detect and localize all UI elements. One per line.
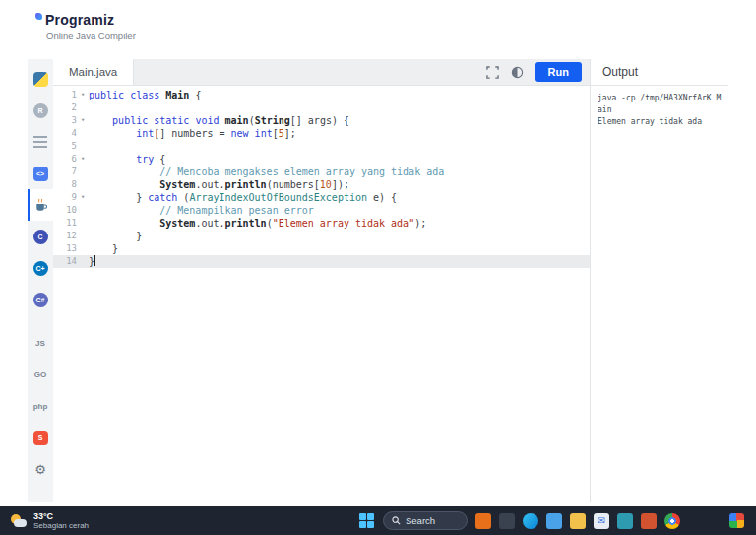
language-sidebar: R<>CC+C#JSGOphpS⚙ [28, 59, 53, 502]
code-text: // Menampilkan pesan error [89, 204, 314, 217]
taskbar-icon-mail[interactable]: ✉ [594, 513, 609, 529]
code-text: try { [89, 153, 165, 166]
weather-icon [10, 513, 28, 529]
sidebar-item-python[interactable] [28, 63, 53, 95]
theme-icon [511, 66, 524, 79]
code-line-9[interactable]: 9▾ } catch (ArrayIndexOutOfBoundsExcepti… [53, 191, 590, 204]
sidebar-item-go[interactable]: GO [28, 359, 53, 390]
output-line: Elemen array tidak ada [598, 116, 724, 128]
run-button[interactable]: Run [536, 62, 582, 82]
sidebar-item-java[interactable] [28, 189, 53, 221]
taskbar-icon-chrome[interactable] [664, 513, 680, 529]
output-body: java -cp /tmp/HA3XNrfArK MainElemen arra… [591, 86, 728, 128]
fold-arrow-icon[interactable]: ▾ [77, 153, 89, 166]
start-button[interactable] [359, 513, 375, 529]
code-line-2[interactable]: 2 [53, 101, 590, 114]
fold-gutter [77, 242, 89, 255]
code-text: public class Main { [89, 89, 201, 101]
header: Programiz Online Java Compiler [0, 0, 756, 59]
csharp-icon: C# [33, 293, 48, 307]
text-cursor [94, 255, 95, 266]
code-line-3[interactable]: 3▾ public static void main(String[] args… [53, 114, 590, 127]
line-number: 13 [53, 242, 77, 255]
output-line: java -cp /tmp/HA3XNrfArK Main [598, 93, 724, 116]
output-title: Output [591, 59, 728, 86]
sql-icon [33, 136, 47, 148]
taskbar-center: Search ✉ [359, 506, 680, 535]
weather-widget[interactable]: 33°C Sebagian cerah [0, 511, 89, 531]
sidebar-item-html[interactable]: <> [28, 158, 53, 189]
html-icon: <> [33, 167, 48, 181]
tab-main-java[interactable]: Main.java [53, 59, 134, 85]
code-line-5[interactable]: 5 [53, 140, 590, 153]
fold-gutter [77, 217, 89, 230]
fold-gutter [77, 178, 89, 191]
sidebar-item-swift[interactable]: S [28, 422, 53, 453]
line-number: 5 [53, 140, 77, 153]
code-area[interactable]: 1▾public class Main {23▾ public static v… [53, 86, 590, 502]
taskbar-icon-edge[interactable] [523, 513, 538, 529]
fold-gutter [77, 204, 89, 217]
fold-gutter [77, 255, 89, 268]
line-number: 14 [53, 255, 77, 268]
programiz-compiler-window: Programiz Online Java Compiler R<>CC+C#J… [0, 0, 756, 535]
code-line-6[interactable]: 6▾ try { [53, 153, 590, 166]
line-number: 9 [53, 191, 77, 204]
sidebar-item-c[interactable]: C [28, 221, 53, 252]
javascript-icon: JS [35, 339, 45, 348]
sidebar-item-r[interactable]: R [28, 95, 53, 126]
code-line-14[interactable]: 14} [53, 255, 590, 268]
line-number: 10 [53, 204, 77, 217]
fold-arrow-icon[interactable]: ▾ [77, 89, 89, 101]
output-panel: Output java -cp /tmp/HA3XNrfArK MainElem… [590, 59, 728, 502]
code-line-13[interactable]: 13 } [53, 242, 590, 255]
taskbar-search[interactable]: Search [383, 511, 468, 530]
line-number: 6 [53, 153, 77, 166]
taskbar-icon-store[interactable] [546, 513, 562, 529]
fold-arrow-icon[interactable]: ▾ [77, 114, 89, 127]
line-number: 2 [53, 101, 77, 114]
sidebar-item-sql[interactable] [28, 126, 53, 158]
fold-arrow-icon[interactable]: ▾ [77, 191, 89, 204]
cpp-icon: C+ [33, 261, 48, 276]
line-number: 1 [53, 89, 77, 101]
fullscreen-button[interactable] [486, 66, 499, 79]
taskbar-right [729, 513, 756, 528]
taskbar-icon-settings[interactable] [617, 513, 633, 529]
sidebar-item-rust[interactable]: ⚙ [28, 453, 53, 485]
line-number: 11 [53, 217, 77, 230]
fold-gutter [77, 127, 89, 140]
theme-toggle-button[interactable] [511, 66, 524, 79]
code-text: public static void main(String[] args) { [89, 114, 349, 127]
php-icon: php [33, 402, 48, 411]
tab-bar: Main.java Run [53, 59, 590, 86]
code-line-11[interactable]: 11 System.out.println("Elemen array tida… [53, 217, 590, 230]
code-text: } catch (ArrayIndexOutOfBoundsException … [89, 191, 397, 204]
weather-temp: 33°C [33, 511, 89, 521]
sidebar-item-cpp[interactable]: C+ [28, 252, 53, 284]
sidebar-item-php[interactable]: php [28, 390, 53, 422]
page-subtitle: Online Java Compiler [46, 31, 756, 41]
taskbar-icon-file-explorer[interactable] [570, 513, 586, 529]
fold-gutter [77, 101, 89, 114]
programiz-logo[interactable]: Programiz [35, 12, 756, 28]
line-number: 8 [53, 178, 77, 191]
sidebar-item-csharp[interactable]: C# [28, 284, 53, 315]
search-icon [392, 516, 401, 525]
code-line-10[interactable]: 10 // Menampilkan pesan error [53, 204, 590, 217]
code-line-12[interactable]: 12 } [53, 230, 590, 242]
code-line-1[interactable]: 1▾public class Main { [53, 89, 590, 101]
taskbar-icon-powerpoint[interactable] [641, 513, 657, 529]
code-line-8[interactable]: 8 System.out.println(numbers[10]); [53, 178, 590, 191]
code-line-4[interactable]: 4 int[] numbers = new int[5]; [53, 127, 590, 140]
taskbar-icon-paint[interactable] [475, 513, 491, 529]
code-text: } [89, 255, 95, 268]
taskbar-icon-monitor[interactable] [499, 513, 515, 529]
tab-label: Main.java [69, 66, 117, 78]
taskbar-icons: ✉ [475, 513, 680, 529]
sidebar-item-javascript[interactable]: JS [28, 327, 53, 359]
line-number: 12 [53, 230, 77, 242]
main-area: R<>CC+C#JSGOphpS⚙ Main.java [28, 59, 728, 502]
code-line-7[interactable]: 7 // Mencoba mengakses elemen array yang… [53, 166, 590, 178]
tray-app-icon[interactable] [729, 513, 744, 528]
